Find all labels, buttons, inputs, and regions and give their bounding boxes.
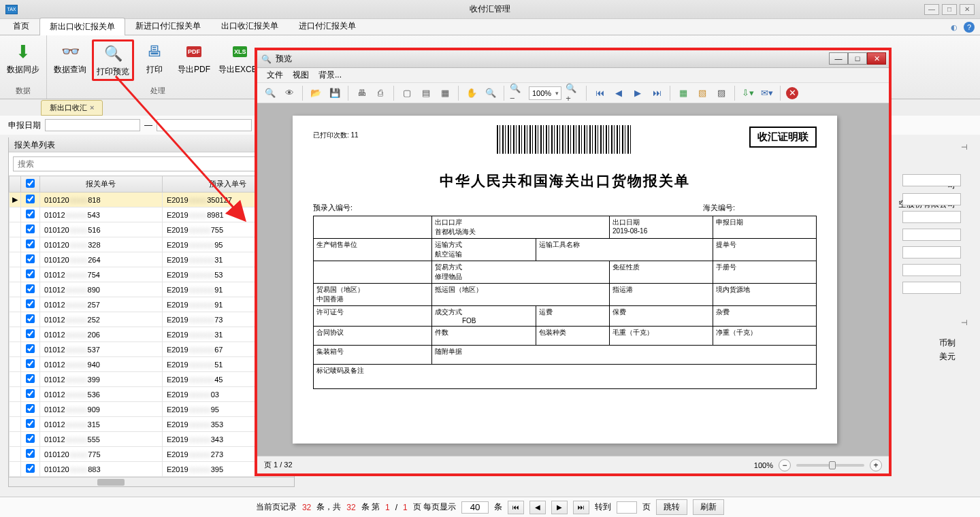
print-button[interactable]: 🖶 打印 bbox=[137, 39, 172, 77]
tab-import[interactable]: 进口付汇报关单 bbox=[289, 17, 366, 35]
table-row[interactable]: 01012xxxxxx543 E2019xxxxx8981 bbox=[10, 207, 294, 222]
table-row[interactable]: 010120xxxxx328 E2019xxxxxxx95 bbox=[10, 237, 294, 252]
preview-canvas[interactable]: 已打印次数: 11 收汇证明联 中华人民共和国海关出口货物报关单 预录入编号: … bbox=[257, 103, 889, 456]
doc-tab-export[interactable]: 新出口收汇 × bbox=[41, 100, 103, 116]
row-checkbox[interactable] bbox=[26, 239, 35, 248]
row-checkbox[interactable] bbox=[26, 434, 35, 443]
maximize-button[interactable]: □ bbox=[942, 4, 957, 15]
search-input[interactable] bbox=[13, 156, 290, 171]
table-row[interactable]: 01012xxxxxx909 E2019xxxxxx95 bbox=[10, 402, 294, 417]
table-row[interactable]: 010120xxxxx775 E2019xxxxxx273 bbox=[10, 447, 294, 462]
tab-export-new[interactable]: 新出口收汇报关单 bbox=[39, 18, 125, 35]
preview-min-button[interactable]: — bbox=[829, 52, 848, 65]
tool-email-icon[interactable]: ✉▾ bbox=[760, 86, 774, 101]
tool-close-icon[interactable]: ✕ bbox=[786, 87, 798, 99]
tool-save-icon[interactable]: 💾 bbox=[327, 86, 342, 101]
declaration-grid[interactable]: 报关单号 预录入单号 ▶ 010120xxxxx818 E2019xxxxx35… bbox=[9, 176, 294, 477]
preview-max-button[interactable]: □ bbox=[848, 52, 867, 65]
row-checkbox[interactable] bbox=[26, 195, 35, 203]
declare-date-to[interactable] bbox=[157, 119, 252, 131]
print-preview-button[interactable]: 🔍 打印预览 bbox=[92, 39, 134, 81]
table-row[interactable]: 01012xxxxxx399 E2019xxxxxxx45 bbox=[10, 372, 294, 387]
zoom-slider[interactable] bbox=[796, 464, 864, 467]
tab-import-new[interactable]: 新进口付汇报关单 bbox=[125, 17, 211, 35]
nav-last[interactable]: ⏭ bbox=[573, 501, 589, 514]
row-checkbox[interactable] bbox=[26, 284, 35, 293]
tool-last-icon[interactable]: ⏭ bbox=[649, 86, 664, 101]
nav-next[interactable]: ▶ bbox=[551, 501, 568, 514]
table-row[interactable]: ▶ 010120xxxxx818 E2019xxxxx350127 bbox=[10, 193, 294, 207]
table-row[interactable]: 01012xxxxxx206 E2019xxxxxxx31 bbox=[10, 327, 294, 342]
tool-header-icon[interactable]: ▤ bbox=[419, 86, 434, 101]
right-pin-icon[interactable]: ⊣ bbox=[961, 143, 970, 152]
tool-margins-icon[interactable]: ▦ bbox=[438, 86, 453, 101]
row-checkbox[interactable] bbox=[26, 419, 35, 428]
table-row[interactable]: 01012xxxxxx555 E2019xxxxxx343 bbox=[10, 432, 294, 447]
tool-next-icon[interactable]: ▶ bbox=[630, 86, 645, 101]
h-scrollbar[interactable] bbox=[9, 477, 294, 486]
table-row[interactable]: 010120xxxxx516 E2019xxxxxx755 bbox=[10, 222, 294, 237]
tool-zoom-icon[interactable]: 🔍 bbox=[483, 86, 498, 101]
tool-open-icon[interactable]: 📂 bbox=[308, 86, 323, 101]
nav-first[interactable]: ⏮ bbox=[508, 501, 524, 514]
per-page-input[interactable] bbox=[461, 501, 489, 514]
row-checkbox[interactable] bbox=[26, 344, 35, 353]
menu-view[interactable]: 视图 bbox=[293, 69, 309, 81]
row-checkbox[interactable] bbox=[26, 314, 35, 323]
table-row[interactable]: 01012xxxxxx890 E2019xxxxxxx91 bbox=[10, 282, 294, 297]
tool-search-icon[interactable]: 🔍 bbox=[263, 86, 278, 101]
tab-export[interactable]: 出口收汇报关单 bbox=[211, 17, 289, 35]
row-checkbox[interactable] bbox=[26, 389, 35, 398]
tool-zoomin-icon[interactable]: 🔍+ bbox=[566, 86, 581, 101]
row-checkbox[interactable] bbox=[26, 359, 35, 368]
tool-prev-icon[interactable]: ◀ bbox=[611, 86, 626, 101]
table-row[interactable]: 01012xxxxxx257 E2019xxxxxxx91 bbox=[10, 297, 294, 312]
row-checkbox[interactable] bbox=[26, 449, 35, 458]
refresh-button[interactable]: 刷新 bbox=[693, 499, 724, 515]
close-button[interactable]: ✕ bbox=[960, 4, 975, 15]
row-checkbox[interactable] bbox=[26, 210, 35, 218]
zoom-select[interactable]: 100% bbox=[529, 86, 561, 100]
row-checkbox[interactable] bbox=[26, 224, 35, 233]
row-checkbox[interactable] bbox=[26, 254, 35, 263]
declare-date-from[interactable] bbox=[45, 119, 140, 131]
tool-hand-icon[interactable]: ✋ bbox=[464, 86, 479, 101]
row-checkbox[interactable] bbox=[26, 329, 35, 338]
tool-view-icon[interactable]: 👁 bbox=[282, 86, 297, 101]
table-row[interactable]: 01012xxxxxx754 E2019xxxxxxx53 bbox=[10, 267, 294, 282]
row-checkbox[interactable] bbox=[26, 299, 35, 308]
row-checkbox[interactable] bbox=[26, 404, 35, 413]
goto-page-input[interactable] bbox=[617, 501, 637, 514]
query-button[interactable]: 👓 数据查询 bbox=[51, 39, 89, 77]
tool-print-icon[interactable]: 🖶 bbox=[354, 86, 369, 101]
table-row[interactable]: 01012xxxxxx537 E2019xxxxxxx67 bbox=[10, 342, 294, 357]
menu-file[interactable]: 文件 bbox=[267, 69, 283, 81]
nav-prev[interactable]: ◀ bbox=[529, 501, 546, 514]
tool-multi-icon[interactable]: ▦ bbox=[676, 86, 691, 101]
zoom-out-button[interactable]: − bbox=[779, 459, 791, 471]
zoom-in-button[interactable]: + bbox=[870, 459, 882, 471]
table-row[interactable]: 01012xxxxxx940 E2019xxxxxxx51 bbox=[10, 357, 294, 372]
preview-close-button[interactable]: ✕ bbox=[867, 52, 886, 65]
style-icon[interactable]: ◐ bbox=[949, 22, 960, 33]
doc-tab-close-icon[interactable]: × bbox=[90, 103, 94, 112]
table-row[interactable]: 01012xxxxxx315 E2019xxxxxx353 bbox=[10, 417, 294, 432]
tool-zoomout-icon[interactable]: 🔍− bbox=[510, 86, 525, 101]
tool-pagesetup-icon[interactable]: ▢ bbox=[399, 86, 414, 101]
right-pin2-icon[interactable]: ⊣ bbox=[961, 318, 970, 328]
minimize-button[interactable]: — bbox=[924, 4, 939, 15]
export-pdf-button[interactable]: PDF 导出PDF bbox=[175, 39, 213, 77]
tool-first-icon[interactable]: ⏮ bbox=[592, 86, 607, 101]
sync-button[interactable]: ⬇ 数据同步 bbox=[4, 39, 42, 77]
help-icon[interactable]: ? bbox=[964, 22, 975, 33]
row-checkbox[interactable] bbox=[26, 374, 35, 383]
table-row[interactable]: 01012xxxxxx252 E2019xxxxxxx73 bbox=[10, 312, 294, 327]
table-row[interactable]: 010120xxxxx883 E2019xxxxxx395 bbox=[10, 462, 294, 477]
tab-home[interactable]: 首页 bbox=[3, 17, 39, 35]
tool-quickprint-icon[interactable]: ⎙ bbox=[373, 86, 388, 101]
tool-color-icon[interactable]: ▧ bbox=[695, 86, 710, 101]
tool-watermark-icon[interactable]: ▨ bbox=[714, 86, 729, 101]
jump-button[interactable]: 跳转 bbox=[656, 499, 687, 515]
col-checkbox[interactable] bbox=[21, 176, 40, 193]
tool-export-icon[interactable]: ⇩▾ bbox=[740, 86, 755, 101]
